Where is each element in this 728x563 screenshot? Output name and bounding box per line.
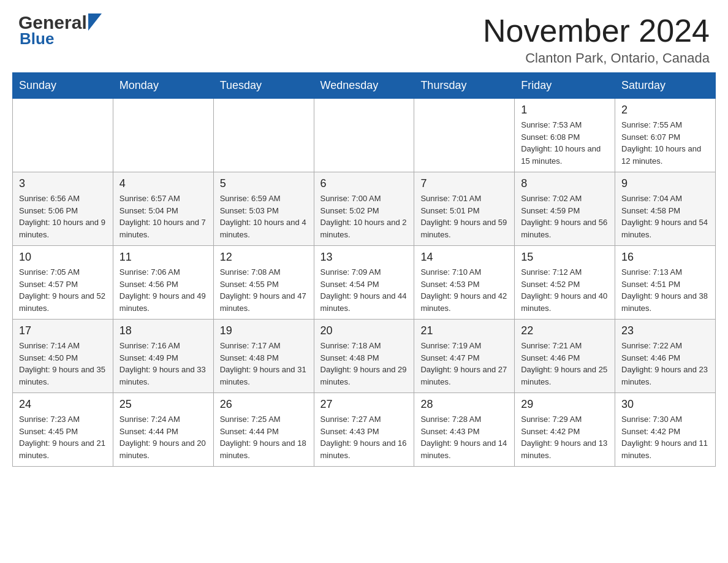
day-info: Sunrise: 7:10 AM Sunset: 4:53 PM Dayligh…: [420, 266, 508, 314]
day-info: Sunrise: 7:13 AM Sunset: 4:51 PM Dayligh…: [621, 266, 709, 314]
day-info: Sunrise: 7:25 AM Sunset: 4:44 PM Dayligh…: [220, 413, 308, 461]
day-info: Sunrise: 7:27 AM Sunset: 4:43 PM Dayligh…: [320, 413, 408, 461]
calendar-wrapper: Sunday Monday Tuesday Wednesday Thursday…: [0, 72, 728, 479]
calendar-cell: 1Sunrise: 7:53 AM Sunset: 6:08 PM Daylig…: [515, 99, 615, 172]
day-number: 23: [621, 324, 709, 337]
day-info: Sunrise: 6:57 AM Sunset: 5:04 PM Dayligh…: [119, 193, 207, 240]
header-thursday: Thursday: [414, 73, 515, 99]
month-title: November 2024: [483, 12, 710, 49]
calendar-cell: 6Sunrise: 7:00 AM Sunset: 5:02 PM Daylig…: [314, 172, 414, 246]
calendar-cell: 8Sunrise: 7:02 AM Sunset: 4:59 PM Daylig…: [515, 172, 615, 246]
day-number: 8: [521, 177, 609, 190]
calendar-cell: 12Sunrise: 7:08 AM Sunset: 4:55 PM Dayli…: [213, 246, 314, 320]
day-number: 14: [420, 251, 508, 264]
calendar-cell: 4Sunrise: 6:57 AM Sunset: 5:04 PM Daylig…: [113, 172, 213, 246]
day-number: 5: [220, 177, 308, 190]
day-number: 2: [621, 104, 709, 117]
day-info: Sunrise: 7:06 AM Sunset: 4:56 PM Dayligh…: [119, 266, 207, 314]
day-number: 25: [119, 398, 207, 411]
day-number: 3: [19, 177, 107, 190]
calendar-cell: 26Sunrise: 7:25 AM Sunset: 4:44 PM Dayli…: [213, 393, 314, 467]
calendar-cell: [213, 99, 314, 172]
day-number: 13: [320, 251, 408, 264]
header-saturday: Saturday: [615, 73, 716, 99]
day-info: Sunrise: 7:21 AM Sunset: 4:46 PM Dayligh…: [521, 340, 609, 388]
calendar-cell: 22Sunrise: 7:21 AM Sunset: 4:46 PM Dayli…: [515, 320, 615, 393]
day-info: Sunrise: 7:22 AM Sunset: 4:46 PM Dayligh…: [621, 340, 709, 388]
day-info: Sunrise: 7:30 AM Sunset: 4:42 PM Dayligh…: [621, 413, 709, 461]
day-info: Sunrise: 7:14 AM Sunset: 4:50 PM Dayligh…: [19, 340, 107, 388]
page-header: General Blue November 2024 Clanton Park,…: [0, 0, 728, 72]
calendar-cell: 3Sunrise: 6:56 AM Sunset: 5:06 PM Daylig…: [13, 172, 113, 246]
day-number: 9: [621, 177, 709, 190]
day-number: 18: [119, 324, 207, 337]
day-info: Sunrise: 7:29 AM Sunset: 4:42 PM Dayligh…: [521, 413, 609, 461]
location: Clanton Park, Ontario, Canada: [483, 50, 710, 66]
calendar-cell: [113, 99, 213, 172]
day-number: 26: [220, 398, 308, 411]
calendar-cell: 16Sunrise: 7:13 AM Sunset: 4:51 PM Dayli…: [615, 246, 716, 320]
title-block: November 2024 Clanton Park, Ontario, Can…: [483, 12, 710, 66]
header-sunday: Sunday: [13, 73, 113, 99]
day-info: Sunrise: 7:12 AM Sunset: 4:52 PM Dayligh…: [521, 266, 609, 314]
day-info: Sunrise: 7:28 AM Sunset: 4:43 PM Dayligh…: [420, 413, 508, 461]
day-info: Sunrise: 7:18 AM Sunset: 4:48 PM Dayligh…: [320, 340, 408, 388]
day-number: 6: [320, 177, 408, 190]
day-info: Sunrise: 7:55 AM Sunset: 6:07 PM Dayligh…: [621, 119, 709, 167]
calendar-cell: 2Sunrise: 7:55 AM Sunset: 6:07 PM Daylig…: [615, 99, 716, 172]
calendar-cell: 9Sunrise: 7:04 AM Sunset: 4:58 PM Daylig…: [615, 172, 716, 246]
day-number: 20: [320, 324, 408, 337]
day-info: Sunrise: 7:00 AM Sunset: 5:02 PM Dayligh…: [320, 193, 408, 240]
day-info: Sunrise: 6:56 AM Sunset: 5:06 PM Dayligh…: [19, 193, 107, 240]
calendar-cell: 20Sunrise: 7:18 AM Sunset: 4:48 PM Dayli…: [314, 320, 414, 393]
day-number: 15: [521, 251, 609, 264]
day-info: Sunrise: 7:02 AM Sunset: 4:59 PM Dayligh…: [521, 193, 609, 240]
day-info: Sunrise: 7:16 AM Sunset: 4:49 PM Dayligh…: [119, 340, 207, 388]
day-number: 21: [420, 324, 508, 337]
calendar-cell: 11Sunrise: 7:06 AM Sunset: 4:56 PM Dayli…: [113, 246, 213, 320]
day-number: 17: [19, 324, 107, 337]
header-tuesday: Tuesday: [213, 73, 314, 99]
calendar-table: Sunday Monday Tuesday Wednesday Thursday…: [12, 72, 716, 467]
calendar-cell: 29Sunrise: 7:29 AM Sunset: 4:42 PM Dayli…: [515, 393, 615, 467]
day-number: 12: [220, 251, 308, 264]
svg-marker-0: [88, 13, 102, 31]
calendar-cell: 13Sunrise: 7:09 AM Sunset: 4:54 PM Dayli…: [314, 246, 414, 320]
day-number: 24: [19, 398, 107, 411]
day-number: 19: [220, 324, 308, 337]
calendar-cell: 30Sunrise: 7:30 AM Sunset: 4:42 PM Dayli…: [615, 393, 716, 467]
calendar-cell: 15Sunrise: 7:12 AM Sunset: 4:52 PM Dayli…: [515, 246, 615, 320]
calendar-cell: 19Sunrise: 7:17 AM Sunset: 4:48 PM Dayli…: [213, 320, 314, 393]
calendar-cell: 14Sunrise: 7:10 AM Sunset: 4:53 PM Dayli…: [414, 246, 515, 320]
day-number: 30: [621, 398, 709, 411]
day-number: 11: [119, 251, 207, 264]
calendar-cell: 7Sunrise: 7:01 AM Sunset: 5:01 PM Daylig…: [414, 172, 515, 246]
calendar-cell: 25Sunrise: 7:24 AM Sunset: 4:44 PM Dayli…: [113, 393, 213, 467]
logo-blue-text: Blue: [18, 29, 54, 48]
day-info: Sunrise: 7:17 AM Sunset: 4:48 PM Dayligh…: [220, 340, 308, 388]
calendar-cell: 24Sunrise: 7:23 AM Sunset: 4:45 PM Dayli…: [13, 393, 113, 467]
calendar-cell: 18Sunrise: 7:16 AM Sunset: 4:49 PM Dayli…: [113, 320, 213, 393]
day-number: 4: [119, 177, 207, 190]
day-info: Sunrise: 7:05 AM Sunset: 4:57 PM Dayligh…: [19, 266, 107, 314]
day-number: 27: [320, 398, 408, 411]
header-monday: Monday: [113, 73, 213, 99]
day-number: 29: [521, 398, 609, 411]
day-info: Sunrise: 7:08 AM Sunset: 4:55 PM Dayligh…: [220, 266, 308, 314]
logo: General Blue: [18, 12, 102, 48]
calendar-cell: [314, 99, 414, 172]
calendar-cell: 21Sunrise: 7:19 AM Sunset: 4:47 PM Dayli…: [414, 320, 515, 393]
day-info: Sunrise: 6:59 AM Sunset: 5:03 PM Dayligh…: [220, 193, 308, 240]
logo-arrow-icon: [88, 13, 102, 31]
day-number: 1: [521, 104, 609, 117]
day-info: Sunrise: 7:09 AM Sunset: 4:54 PM Dayligh…: [320, 266, 408, 314]
day-info: Sunrise: 7:04 AM Sunset: 4:58 PM Dayligh…: [621, 193, 709, 240]
day-info: Sunrise: 7:01 AM Sunset: 5:01 PM Dayligh…: [420, 193, 508, 240]
calendar-body: 1Sunrise: 7:53 AM Sunset: 6:08 PM Daylig…: [13, 99, 716, 467]
calendar-cell: 17Sunrise: 7:14 AM Sunset: 4:50 PM Dayli…: [13, 320, 113, 393]
calendar-cell: [13, 99, 113, 172]
calendar-cell: 27Sunrise: 7:27 AM Sunset: 4:43 PM Dayli…: [314, 393, 414, 467]
calendar-cell: [414, 99, 515, 172]
calendar-cell: 28Sunrise: 7:28 AM Sunset: 4:43 PM Dayli…: [414, 393, 515, 467]
header-wednesday: Wednesday: [314, 73, 414, 99]
